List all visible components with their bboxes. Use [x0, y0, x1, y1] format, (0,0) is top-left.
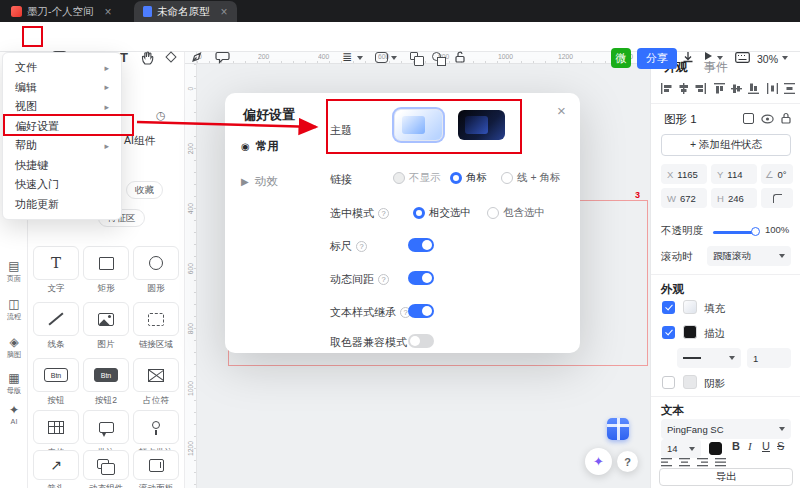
strikethrough-button[interactable]: S — [777, 440, 784, 452]
dialog-close-button[interactable]: × — [557, 102, 566, 119]
rail-item-mindmap[interactable]: ◈脑图 — [0, 336, 28, 360]
shadow-checkbox[interactable] — [662, 376, 675, 389]
component-item-arrow[interactable]: ↗箭头 — [33, 450, 79, 488]
history-button[interactable]: ◷ — [156, 109, 166, 122]
component-item-rect[interactable]: 矩形 — [83, 246, 129, 295]
menu-item-help[interactable]: 帮助▸ — [3, 136, 121, 156]
frame-options-button[interactable] — [375, 52, 388, 63]
frame-options-caret[interactable] — [391, 56, 397, 60]
download-button[interactable] — [682, 51, 694, 63]
corner-radius-field[interactable] — [761, 188, 793, 208]
rail-item-pages[interactable]: ▤页面 — [0, 260, 28, 284]
text-style-inherit-toggle[interactable] — [408, 304, 434, 318]
font-size-select[interactable]: 14 — [661, 439, 701, 458]
shortcut-keyboard-button[interactable] — [735, 52, 750, 63]
fill-checkbox[interactable] — [662, 301, 675, 314]
menu-item-edit[interactable]: 编辑▸ — [3, 78, 121, 98]
layout-list-button[interactable]: ≣ — [342, 50, 352, 64]
component-item-linkarea[interactable]: 链接区域 — [133, 302, 179, 351]
theme-dark-swatch[interactable] — [458, 110, 505, 140]
rail-item-flow[interactable]: ◫流程 — [0, 298, 28, 322]
ai-assistant-button[interactable]: ✦ — [585, 448, 612, 475]
link-option-line-badge[interactable]: 线 + 角标 — [501, 171, 560, 185]
component-item-circle[interactable]: 圆形 — [133, 246, 179, 295]
align-bottom-button[interactable] — [747, 82, 760, 95]
menu-item-file[interactable]: 文件▸ — [3, 58, 121, 78]
chip-favorites[interactable]: 收藏 — [126, 181, 163, 199]
distribute-h-button[interactable] — [766, 82, 779, 95]
x-position-field[interactable]: X1165 — [661, 164, 707, 184]
component-item-button2[interactable]: Btn按钮2 — [83, 358, 129, 407]
distribute-v-button[interactable] — [783, 82, 796, 95]
rail-item-master[interactable]: ▦母版 — [0, 372, 28, 396]
boolean-ops-button[interactable] — [410, 52, 418, 60]
frame-comment-badge[interactable]: 3 — [635, 190, 640, 200]
lock-button[interactable] — [781, 112, 791, 124]
menu-item-view[interactable]: 视图▸ — [3, 97, 121, 117]
radio-icon[interactable] — [487, 207, 499, 219]
stroke-color-swatch[interactable] — [683, 325, 697, 339]
component-item-image[interactable]: 图片 — [83, 302, 129, 351]
radio-icon[interactable] — [450, 172, 462, 184]
theme-light-swatch[interactable] — [395, 110, 442, 140]
align-left-button[interactable] — [660, 82, 673, 95]
opacity-slider[interactable] — [713, 231, 755, 234]
align-right-button[interactable] — [694, 82, 707, 95]
ruler-toggle[interactable] — [408, 238, 434, 252]
font-family-select[interactable]: PingFang SC — [661, 419, 791, 439]
component-item-text[interactable]: T文字 — [33, 246, 79, 295]
stroke-checkbox[interactable] — [662, 326, 675, 339]
shadow-swatch[interactable] — [683, 375, 697, 389]
align-top-button[interactable] — [713, 82, 726, 95]
dynamic-gap-toggle[interactable] — [408, 271, 434, 285]
tab-close-icon[interactable]: × — [221, 6, 228, 18]
frame-crop-icon[interactable] — [743, 113, 754, 124]
fill-color-swatch[interactable] — [683, 300, 697, 314]
radio-icon[interactable] — [413, 207, 425, 219]
component-item-placeholder[interactable]: 占位符 — [133, 358, 179, 407]
width-field[interactable]: W672 — [661, 188, 707, 208]
tab-ai-components[interactable]: AI组件 — [124, 134, 155, 148]
select-mode-contain[interactable]: 包含选中 — [487, 206, 545, 220]
export-button[interactable]: 导出 — [659, 468, 793, 486]
select-mode-intersect[interactable]: 相交选中 — [413, 206, 471, 220]
component-item-dynamic[interactable]: 动态组件 — [83, 450, 129, 488]
window-tab-prototype[interactable]: 未命名原型 × — [134, 1, 237, 22]
opacity-slider-knob[interactable] — [751, 227, 760, 236]
link-option-badge[interactable]: 角标 — [450, 171, 487, 185]
link-option-hidden[interactable]: 不显示 — [393, 171, 441, 185]
component-item-button[interactable]: Btn按钮 — [33, 358, 79, 407]
stroke-style-select[interactable] — [677, 348, 741, 368]
stroke-width-field[interactable]: 1 — [747, 348, 791, 368]
mask-button[interactable] — [432, 52, 441, 61]
menu-item-shortcuts[interactable]: 快捷键 — [3, 156, 121, 176]
align-hcenter-button[interactable] — [677, 82, 690, 95]
radio-icon[interactable] — [501, 172, 513, 184]
info-icon[interactable]: ? — [356, 241, 367, 252]
text-align-left-button[interactable] — [661, 458, 673, 467]
window-tab-home[interactable]: 墨刀-个人空间 × — [2, 1, 121, 22]
component-tool-button[interactable] — [167, 53, 175, 61]
radio-icon[interactable] — [393, 172, 405, 184]
y-position-field[interactable]: Y114 — [711, 164, 757, 184]
underline-button[interactable]: U — [762, 440, 770, 452]
gift-promo-button[interactable] — [607, 418, 629, 440]
menu-item-preferences[interactable]: 偏好设置 — [3, 117, 121, 137]
preview-play-button[interactable] — [705, 52, 712, 60]
layout-list-caret[interactable] — [357, 56, 363, 60]
menu-item-updates[interactable]: 功能更新 — [3, 195, 121, 215]
component-item-line[interactable]: 线条 — [33, 302, 79, 351]
zoom-caret[interactable] — [782, 56, 788, 60]
info-icon[interactable]: ? — [378, 208, 389, 219]
italic-button[interactable]: I — [748, 440, 752, 452]
pen-tool-button[interactable] — [191, 51, 203, 63]
bold-button[interactable]: B — [732, 440, 740, 452]
wechat-preview-badge[interactable]: 微 — [611, 48, 631, 68]
text-align-justify-button[interactable] — [715, 458, 727, 467]
lock-toggle-button[interactable] — [455, 51, 465, 63]
add-component-state-button[interactable]: + 添加组件状态 — [661, 134, 791, 156]
preview-caret[interactable] — [717, 56, 723, 60]
menu-item-quickstart[interactable]: 快速入门 — [3, 175, 121, 195]
tab-events[interactable]: 事件 — [704, 59, 728, 76]
help-button[interactable]: ? — [617, 451, 638, 472]
